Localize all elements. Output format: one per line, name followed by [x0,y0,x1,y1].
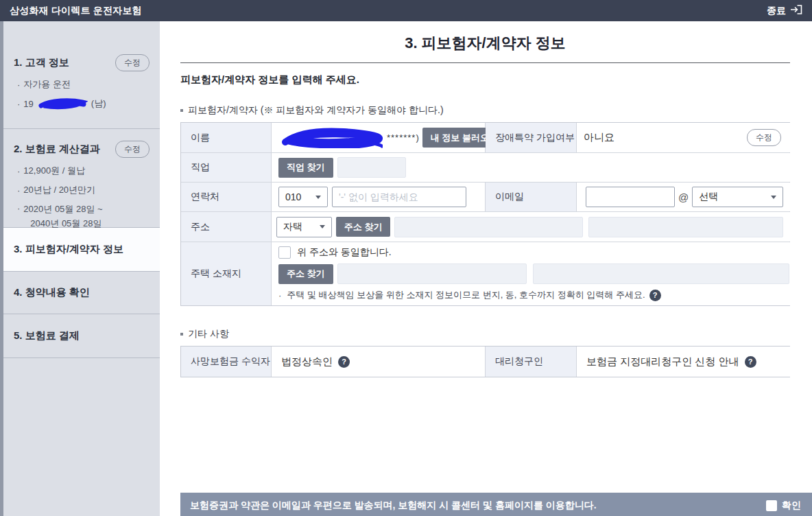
chevron-down-icon [320,225,325,228]
phone-number-input[interactable] [332,187,466,207]
redaction-scribble [278,128,383,148]
job-input [337,157,406,178]
step2-item-premium: · 12,900원 / 월납 [14,165,150,177]
email-id-input[interactable] [586,187,675,207]
footer-notice-text: 보험증권과 약관은 이메일과 우편으로 발송되며, 보험해지 시 콜센터 및 홈… [190,500,597,512]
masked-name-text: *******) [387,132,420,143]
help-icon[interactable]: ? [338,356,350,368]
sidebar-step-payment: 5. 보험료 결제 [3,314,160,358]
job-search-button[interactable]: 직업 찾기 [278,158,333,178]
address-detail-input [588,217,783,237]
same-address-label: 위 주소와 동일합니다. [297,246,392,259]
email-value-cell: @ 선택 [577,183,790,211]
address-search-button[interactable]: 주소 찾기 [336,217,391,237]
footer-notice-bar: 보험증권과 약관은 이메일과 우편으로 발송되며, 보험해지 시 콜센터 및 홈… [180,493,812,516]
app-window: 삼성화재 다이렉트 운전자보험 종료 1. 고객 정보 수정 · 자가용 운전 … [0,0,812,516]
step1-item-birth-gender: · 19 (남) [14,97,150,110]
disability-label-cell: 장애특약 가입여부 [486,123,577,152]
page-title: 3. 피보험자/계약자 정보 [180,33,790,54]
address-label-cell: 주소 [181,212,272,242]
square-bullet [180,109,183,112]
step2-item-period: · 2020년 05월 28일 ~ 2040년 05월 28일 [14,203,150,230]
step3-title: 3. 피보험자/계약자 정보 [14,243,123,256]
help-icon[interactable]: ? [745,356,756,368]
email-domain-select[interactable]: 선택 [692,187,783,207]
table-row-house-location: 주택 소재지 위 주소와 동일합니다. 주소 찾기 [181,242,789,305]
email-at-symbol: @ [678,191,689,203]
sidebar-step-application-check: 4. 청약내용 확인 [3,272,160,314]
chevron-down-icon [771,196,776,199]
step5-title: 5. 보험료 결제 [14,329,80,342]
step2-edit-button[interactable]: 수정 [115,141,150,158]
house-address-search-button[interactable]: 주소 찾기 [278,264,333,284]
app-title: 삼성화재 다이렉트 운전자보험 [10,5,142,17]
house-main-input [337,263,527,284]
etc-form-table: 사망보험금 수익자 법정상속인 ? 대리청구인 보험금 지정대리청구인 신청 안… [180,346,790,377]
step1-item-driving-type: · 자가용 운전 [14,78,150,91]
house-label-cell: 주택 소재지 [181,242,272,305]
progress-sidebar: 1. 고객 정보 수정 · 자가용 운전 · 19 (남) [0,21,160,516]
exit-icon [790,5,802,16]
beneficiary-label-cell: 사망보험금 수익자 [181,347,272,377]
exit-button[interactable]: 종료 [767,5,802,17]
top-header-bar: 삼성화재 다이렉트 운전자보험 종료 [0,0,812,21]
proxy-label-cell: 대리청구인 [486,347,577,377]
sidebar-step-premium-result: 2. 보험료 계산결과 수정 · 12,900원 / 월납 · 20년납 / 2… [3,129,160,228]
same-address-checkbox[interactable] [278,246,291,259]
contact-label-cell: 연락처 [181,183,272,211]
same-address-checkline: 위 주소와 동일합니다. [278,246,392,259]
disability-answer: 아니요 [584,131,614,144]
address-value-cell: 자택 주소 찾기 [272,212,790,242]
step4-title: 4. 청약내용 확인 [14,286,90,299]
exit-button-label: 종료 [767,5,786,17]
table-row-address: 주소 자택 주소 찾기 [181,211,789,242]
disability-edit-button[interactable]: 수정 [747,129,781,146]
sidebar-step-customer-info: 1. 고객 정보 수정 · 자가용 운전 · 19 (남) [3,21,160,129]
disability-value-cell: 아니요 수정 [577,123,790,152]
table-row-etc: 사망보험금 수익자 법정상속인 ? 대리청구인 보험금 지정대리청구인 신청 안… [181,347,789,377]
house-search-line: 주소 찾기 [278,263,789,284]
etc-section-label: 기타 사항 [180,328,790,340]
step1-title: 1. 고객 정보 [14,56,69,69]
step1-edit-button[interactable]: 수정 [115,54,150,71]
insured-form-table: 이름 *******) 내 정보 불러오기 장애특약 가입여부 [180,122,790,306]
email-label-cell: 이메일 [486,183,577,211]
beneficiary-value-cell: 법정상속인 ? [272,347,486,377]
confirm-label: 확인 [782,500,801,512]
step2-item-term: · 20년납 / 20년만기 [14,184,150,196]
table-row-contact: 연락처 010 이메일 @ [181,182,789,211]
title-divider [180,62,790,63]
house-value-cell: 위 주소와 동일합니다. 주소 찾기 · 주택 및 배상책임 보상을 위한 소재… [272,242,790,305]
name-value-cell: *******) 내 정보 불러오기 [272,123,486,152]
footer-confirm: 확인 [766,500,801,512]
name-label-cell: 이름 [181,123,272,152]
job-value-cell: 직업 찾기 [272,153,790,182]
confirm-checkbox[interactable] [766,500,777,511]
intro-text: 피보험자/계약자 정보를 입력해 주세요. [180,73,790,86]
step2-title: 2. 보험료 계산결과 [14,143,100,156]
table-row-job: 직업 직업 찾기 [181,152,789,182]
table-row-name: 이름 *******) 내 정보 불러오기 장애특약 가입여부 [181,123,789,152]
contact-value-cell: 010 [272,183,486,211]
insured-section-label: 피보험자/계약자 (※ 피보험자와 계약자가 동일해야 합니다.) [180,104,790,117]
house-note: · 주택 및 배상책임 보상을 위한 소재지 정보이므로 번지, 동, 호수까지… [278,289,661,301]
job-label-cell: 직업 [181,153,272,182]
redaction-scribble [37,97,88,110]
help-icon[interactable]: ? [649,290,661,301]
sidebar-step-insured-info: 3. 피보험자/계약자 정보 [3,228,160,272]
proxy-value-cell: 보험금 지정대리청구인 신청 안내 ? [577,347,790,377]
square-bullet [180,333,183,336]
address-main-input [394,217,583,237]
house-detail-input [533,263,789,284]
main-content: 3. 피보험자/계약자 정보 피보험자/계약자 정보를 입력해 주세요. 피보험… [160,21,812,516]
phone-prefix-select[interactable]: 010 [278,187,328,207]
address-type-select[interactable]: 자택 [276,217,332,237]
chevron-down-icon [315,196,321,199]
